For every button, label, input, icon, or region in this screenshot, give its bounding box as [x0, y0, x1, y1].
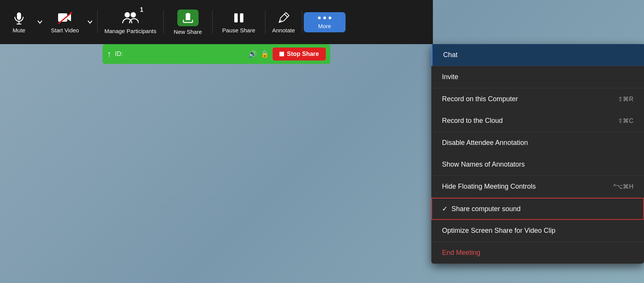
sharing-bar: ↑ ID: 🔊 🔒 Stop Share	[103, 44, 330, 64]
invite-label: Invite	[442, 73, 458, 81]
mute-label: Mute	[13, 27, 25, 33]
start-video-button[interactable]: Start Video	[46, 8, 84, 37]
annotate-label: Annotate	[272, 27, 295, 33]
svg-point-6	[131, 12, 136, 17]
menu-item-show-names[interactable]: Show Names of Annotators	[431, 154, 644, 175]
record-computer-label: Record on this Computer	[442, 95, 518, 103]
mute-icon	[12, 11, 26, 25]
back-arrow-icon: ↑	[107, 49, 111, 59]
chat-label: Chat	[443, 51, 458, 59]
stop-square-icon	[279, 52, 284, 56]
divider	[265, 11, 265, 33]
lock-icon: 🔒	[260, 50, 269, 58]
record-cloud-label: Record to the Cloud	[442, 117, 503, 125]
optimize-video-label: Optimize Screen Share for Video Clip	[442, 227, 556, 235]
more-icon	[318, 15, 331, 21]
record-computer-shortcut: ⇧⌘R	[618, 95, 633, 103]
share-sound-label: Share computer sound	[451, 205, 521, 213]
chevron-down-icon	[86, 18, 94, 26]
pause-icon	[232, 11, 246, 25]
share-section: ✓ Share computer sound Optimize Screen S…	[431, 198, 644, 242]
svg-point-13	[323, 16, 326, 19]
svg-point-12	[318, 16, 320, 19]
mute-chevron[interactable]	[34, 18, 46, 26]
divider	[212, 11, 213, 33]
checkmark-icon: ✓	[442, 205, 448, 213]
svg-rect-9	[240, 13, 243, 22]
more-label: More	[318, 23, 331, 29]
new-share-label: New Share	[174, 29, 202, 35]
menu-item-hide-controls[interactable]: Hide Floating Meeting Controls ^⌥⌘H	[431, 176, 644, 198]
chevron-down-icon	[36, 18, 44, 26]
svg-point-5	[125, 12, 130, 17]
manage-participants-label: Manage Participants	[104, 28, 156, 34]
pause-share-label: Pause Share	[222, 27, 255, 33]
menu-item-end-meeting[interactable]: End Meeting	[431, 242, 644, 264]
divider	[97, 11, 98, 33]
mute-button[interactable]: Mute	[4, 8, 34, 37]
meeting-id-label: ID:	[115, 51, 245, 57]
svg-point-14	[328, 16, 331, 19]
menu-item-invite[interactable]: Invite	[431, 66, 644, 88]
annotation-section: Disable Attendee Annotation Show Names o…	[431, 132, 644, 176]
record-cloud-shortcut: ⇧⌘C	[618, 117, 633, 124]
new-share-icon	[177, 10, 199, 26]
new-share-button[interactable]: New Share	[165, 6, 211, 38]
hide-controls-shortcut: ^⌥⌘H	[613, 183, 633, 190]
pause-share-button[interactable]: Pause Share	[214, 8, 264, 37]
hide-controls-label: Hide Floating Meeting Controls	[442, 183, 536, 191]
manage-participants-button[interactable]: 1 Manage Participants	[99, 7, 162, 37]
divider	[302, 11, 302, 33]
end-meeting-label: End Meeting	[442, 249, 480, 257]
menu-item-record-cloud[interactable]: Record to the Cloud ⇧⌘C	[431, 110, 644, 132]
share-sound-left: ✓ Share computer sound	[442, 205, 521, 213]
divider	[163, 11, 164, 33]
menu-item-share-sound[interactable]: ✓ Share computer sound	[431, 198, 644, 220]
menu-item-disable-annotation[interactable]: Disable Attendee Annotation	[431, 132, 644, 154]
video-chevron[interactable]	[84, 18, 96, 26]
participants-icon: 1	[122, 10, 139, 25]
menu-item-optimize-video[interactable]: Optimize Screen Share for Video Clip	[431, 220, 644, 242]
svg-line-10	[284, 14, 287, 17]
record-section: Record on this Computer ⇧⌘R Record to th…	[431, 88, 644, 132]
annotate-button[interactable]: Annotate	[267, 8, 300, 37]
svg-rect-8	[234, 13, 238, 22]
participants-count: 1	[140, 6, 143, 13]
more-button[interactable]: More	[304, 12, 346, 32]
show-names-label: Show Names of Annotators	[442, 161, 525, 169]
svg-rect-0	[17, 12, 21, 20]
menu-item-record-computer[interactable]: Record on this Computer ⇧⌘R	[431, 88, 644, 110]
annotate-icon	[277, 11, 290, 25]
sound-icon: 🔊	[248, 50, 257, 58]
video-icon	[57, 11, 73, 25]
disable-annotation-label: Disable Attendee Annotation	[442, 139, 528, 147]
start-video-label: Start Video	[51, 27, 79, 33]
stop-share-label: Stop Share	[287, 51, 319, 57]
menu-item-chat[interactable]: Chat	[431, 44, 644, 66]
toolbar: Mute Start Video	[0, 0, 433, 44]
more-dropdown-menu: Chat Invite Record on this Computer ⇧⌘R …	[431, 44, 644, 264]
stop-share-button[interactable]: Stop Share	[273, 48, 326, 60]
